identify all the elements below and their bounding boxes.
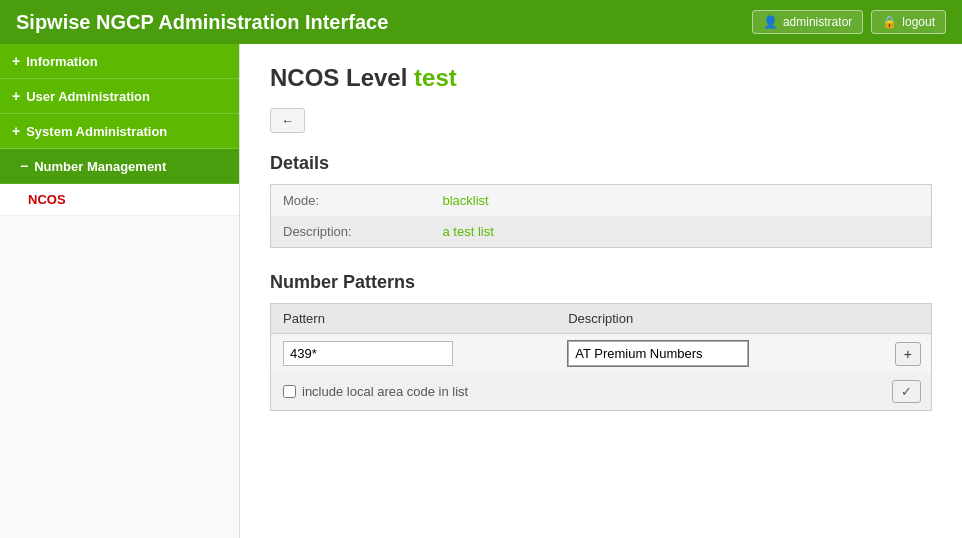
checkbox-label: include local area code in list [283, 384, 844, 399]
save-btn-cell: ✓ [856, 373, 932, 411]
user-icon: 👤 [763, 15, 778, 29]
back-arrow-icon: ← [281, 113, 294, 128]
mode-label: Mode: [271, 185, 431, 217]
user-button[interactable]: 👤 administrator [752, 10, 863, 34]
description-label: Description: [271, 216, 431, 248]
back-button[interactable]: ← [270, 108, 305, 133]
minus-icon-number-mgmt: − [20, 158, 28, 174]
layout: + Information + User Administration + Sy… [0, 44, 962, 538]
sidebar-item-user-administration[interactable]: + User Administration [0, 79, 239, 114]
app-title: Sipwise NGCP Administration Interface [16, 11, 388, 34]
local-area-checkbox[interactable] [283, 385, 296, 398]
pattern-input-row: + [271, 334, 932, 374]
table-row: Mode: blacklist [271, 185, 932, 217]
plus-icon-information: + [12, 53, 20, 69]
details-heading: Details [270, 153, 932, 174]
patterns-header-row: Pattern Description [271, 304, 932, 334]
main-content: NCOS Level test ← Details Mode: blacklis… [240, 44, 962, 538]
page-title-highlight: test [414, 64, 457, 91]
plus-icon-system-admin: + [12, 123, 20, 139]
add-btn-cell: + [856, 334, 932, 374]
sidebar-label-user-admin: User Administration [26, 89, 150, 104]
header-actions: 👤 administrator 🔒 logout [752, 10, 946, 34]
table-row: Description: a test list [271, 216, 932, 248]
mode-value: blacklist [431, 185, 932, 217]
sidebar-item-information[interactable]: + Information [0, 44, 239, 79]
header: Sipwise NGCP Administration Interface 👤 … [0, 0, 962, 44]
logout-label: logout [902, 15, 935, 29]
desc-input-cell [556, 334, 856, 374]
description-value: a test list [431, 216, 932, 248]
sidebar-label-information: Information [26, 54, 98, 69]
sidebar-item-ncos[interactable]: NCOS [0, 184, 239, 216]
pattern-input-cell [271, 334, 557, 374]
sidebar-item-number-management[interactable]: − Number Management [0, 149, 239, 184]
add-icon: + [904, 346, 912, 362]
details-table: Mode: blacklist Description: a test list [270, 184, 932, 248]
sidebar-label-ncos: NCOS [28, 192, 66, 207]
pattern-col-header: Pattern [271, 304, 557, 334]
lock-icon: 🔒 [882, 15, 897, 29]
description-input[interactable] [568, 341, 748, 366]
pattern-input[interactable] [283, 341, 453, 366]
page-title-text: NCOS Level [270, 64, 414, 91]
add-pattern-button[interactable]: + [895, 342, 921, 366]
checkbox-cell: include local area code in list [271, 373, 856, 411]
action-col-header [856, 304, 932, 334]
description-col-header: Description [556, 304, 856, 334]
logout-button[interactable]: 🔒 logout [871, 10, 946, 34]
sidebar-label-system-admin: System Administration [26, 124, 167, 139]
page-title: NCOS Level test [270, 64, 932, 92]
patterns-table: Pattern Description + [270, 303, 932, 411]
save-button[interactable]: ✓ [892, 380, 921, 403]
sidebar-item-system-administration[interactable]: + System Administration [0, 114, 239, 149]
username-label: administrator [783, 15, 852, 29]
sidebar-label-number-management: Number Management [34, 159, 166, 174]
checkbox-row: include local area code in list ✓ [271, 373, 932, 411]
save-icon: ✓ [901, 384, 912, 399]
plus-icon-user-admin: + [12, 88, 20, 104]
checkbox-text: include local area code in list [302, 384, 468, 399]
sidebar: + Information + User Administration + Sy… [0, 44, 240, 538]
patterns-heading: Number Patterns [270, 272, 932, 293]
